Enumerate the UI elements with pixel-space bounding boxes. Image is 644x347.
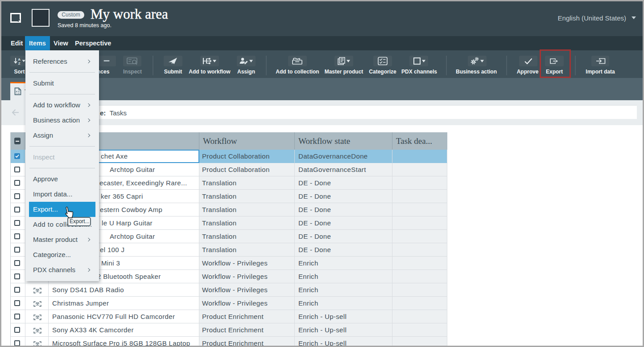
svg-text:A: A xyxy=(18,57,21,61)
svg-text:Z: Z xyxy=(18,61,21,65)
